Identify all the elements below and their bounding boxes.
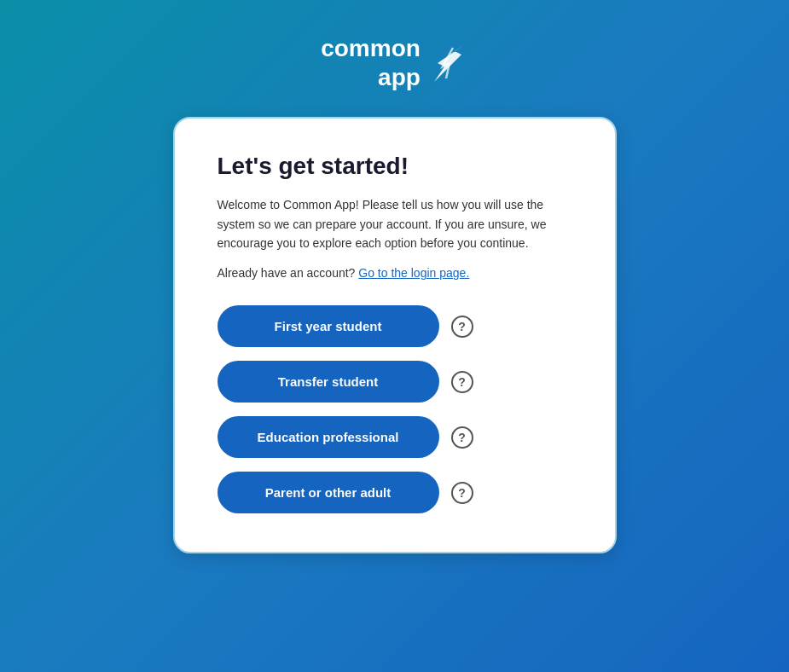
login-page-link[interactable]: Go to the login page. [358, 266, 469, 280]
education-professional-button[interactable]: Education professional [218, 416, 439, 458]
option-row-parent-or-other-adult: Parent or other adult? [218, 472, 572, 513]
card-title: Let's get started! [218, 153, 572, 180]
card-description: Welcome to Common App! Please tell us ho… [218, 195, 572, 252]
login-link-row: Already have an account? Go to the login… [218, 266, 572, 280]
logo-text: common app [321, 34, 421, 91]
option-row-education-professional: Education professional? [218, 416, 572, 458]
main-card: Let's get started! Welcome to Common App… [173, 117, 617, 553]
transfer-student-help-icon[interactable]: ? [451, 371, 473, 393]
first-year-student-button[interactable]: First year student [218, 305, 439, 347]
parent-or-other-adult-button[interactable]: Parent or other adult [218, 472, 439, 513]
logo-icon [427, 41, 468, 85]
transfer-student-button[interactable]: Transfer student [218, 361, 439, 403]
login-prompt-text: Already have an account? [218, 266, 356, 280]
logo-area: common app [321, 34, 468, 91]
parent-or-other-adult-help-icon[interactable]: ? [451, 482, 473, 504]
education-professional-help-icon[interactable]: ? [451, 426, 473, 449]
option-row-first-year-student: First year student? [218, 305, 572, 347]
options-list: First year student?Transfer student?Educ… [218, 305, 572, 513]
first-year-student-help-icon[interactable]: ? [451, 316, 473, 338]
option-row-transfer-student: Transfer student? [218, 361, 572, 403]
